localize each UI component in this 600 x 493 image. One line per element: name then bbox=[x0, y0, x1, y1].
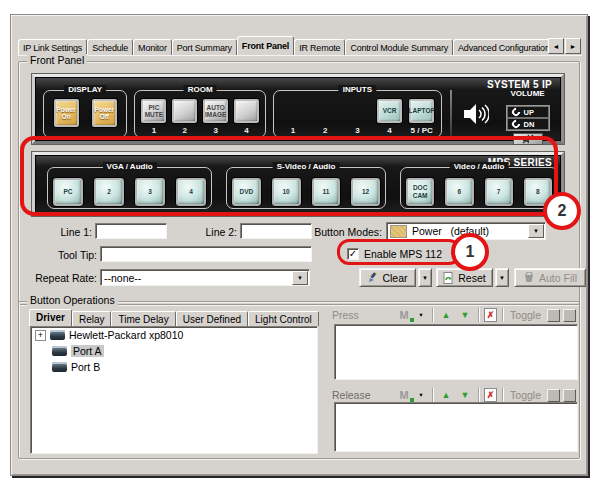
reset-dropdown-button[interactable]: ▼ bbox=[495, 268, 509, 287]
press-list[interactable] bbox=[334, 324, 578, 380]
button-modes-label: Button Modes: bbox=[312, 226, 382, 238]
volume-section-label: VOLUME bbox=[510, 89, 544, 98]
chevron-down-icon: ▼ bbox=[499, 275, 505, 281]
room-key-3[interactable]: AUTO IMAGE bbox=[202, 98, 229, 124]
press-toggle-swatch-2[interactable] bbox=[563, 309, 576, 322]
release-list[interactable] bbox=[334, 402, 578, 452]
macro-icon[interactable]: M bbox=[396, 308, 412, 323]
delete-button[interactable]: ✗ bbox=[484, 388, 497, 402]
release-toggle-swatch-2[interactable] bbox=[563, 389, 576, 402]
device-icon bbox=[52, 362, 67, 372]
tab-scroll-right-button[interactable]: ► bbox=[565, 38, 581, 54]
tab-scroll-left-button[interactable]: ◄ bbox=[548, 38, 564, 54]
input-num-3: 3 bbox=[355, 126, 359, 135]
release-toggle-swatch-1[interactable] bbox=[547, 389, 560, 402]
video-key-doccam[interactable]: DOC CAM bbox=[405, 177, 435, 207]
room-key-1[interactable]: PIC MUTE bbox=[140, 98, 167, 124]
volume-up-button[interactable]: UP bbox=[507, 106, 549, 118]
auto-fill-button[interactable]: Auto Fill bbox=[514, 268, 586, 287]
chevron-down-icon: ▼ bbox=[533, 228, 539, 234]
tab-driver[interactable]: Driver bbox=[29, 309, 72, 326]
move-down-button[interactable]: ▼ bbox=[457, 388, 473, 403]
move-up-button[interactable]: ▲ bbox=[438, 308, 454, 323]
move-down-button[interactable]: ▼ bbox=[457, 308, 473, 323]
room-key-4[interactable] bbox=[233, 98, 260, 124]
tree-item-port-a[interactable]: Port A bbox=[31, 343, 317, 359]
tab-control-module-summary[interactable]: Control Module Summary bbox=[345, 39, 453, 55]
clear-button[interactable]: Clear bbox=[359, 268, 416, 287]
tree-item-port-b[interactable]: Port B bbox=[31, 359, 317, 375]
repeat-rate-dropdown-button[interactable]: ▼ bbox=[292, 271, 308, 285]
svideo-key-dvd[interactable]: DVD bbox=[231, 177, 262, 207]
video-key-6[interactable]: 6 bbox=[444, 177, 474, 207]
line2-label: Line 2: bbox=[182, 226, 237, 238]
driver-tree[interactable]: + Hewlett-Packard xp8010 Port A Port B bbox=[30, 326, 318, 454]
front-panel-group-label: Front Panel bbox=[27, 54, 87, 66]
tab-light-control[interactable]: Light Control bbox=[248, 311, 319, 326]
tab-ir-remote[interactable]: IR Remote bbox=[294, 39, 345, 55]
volume-mute-button[interactable] bbox=[513, 133, 543, 145]
press-toggle-swatch-1[interactable] bbox=[547, 309, 560, 322]
delete-button[interactable]: ✗ bbox=[484, 308, 497, 322]
tool-tip-input[interactable] bbox=[100, 246, 312, 262]
room-num-2: 2 bbox=[183, 126, 187, 135]
tab-user-defined[interactable]: User Defined bbox=[176, 311, 248, 326]
operation-tab-strip: Driver Relay Time Delay User Defined Lig… bbox=[29, 308, 319, 326]
svideo-key-12[interactable]: 12 bbox=[350, 177, 381, 207]
laptop-key[interactable]: LAPTOP bbox=[408, 98, 435, 124]
panel-divider bbox=[450, 90, 452, 138]
power-off-key[interactable]: Power Off bbox=[91, 98, 118, 128]
vcr-key[interactable]: VCR bbox=[376, 98, 403, 124]
press-label: Press bbox=[332, 309, 384, 321]
scroll-left-icon: ◄ bbox=[553, 43, 560, 50]
clear-dropdown-button[interactable]: ▼ bbox=[418, 268, 432, 287]
room-key-2[interactable] bbox=[171, 98, 198, 124]
video-key-7[interactable]: 7 bbox=[484, 177, 514, 207]
macro-icon[interactable]: M bbox=[396, 388, 412, 403]
volume-down-button[interactable]: DN bbox=[507, 118, 549, 130]
macro-dropdown-button[interactable]: ▼ bbox=[415, 308, 427, 322]
panel-action-buttons: Clear ▼ Reset ▼ Auto Fill bbox=[359, 268, 586, 287]
tab-relay[interactable]: Relay bbox=[72, 311, 112, 326]
room-num-4: 4 bbox=[244, 126, 248, 135]
move-up-button[interactable]: ▲ bbox=[438, 388, 454, 403]
tab-advanced-configuration[interactable]: Advanced Configuration bbox=[453, 39, 549, 55]
svideo-key-11[interactable]: 11 bbox=[311, 177, 342, 207]
enable-mps-checkbox[interactable]: ✓ bbox=[347, 248, 359, 260]
release-toolbar: M ▼ ▲ ▼ ✗ Toggle bbox=[396, 388, 576, 403]
toolbar-separator bbox=[502, 308, 503, 322]
tab-schedule[interactable]: Schedule bbox=[87, 39, 133, 55]
line1-input[interactable] bbox=[95, 223, 167, 239]
svideo-key-10[interactable]: 10 bbox=[271, 177, 302, 207]
chevron-down-icon: ▼ bbox=[297, 275, 303, 281]
tree-port-a-label: Port A bbox=[71, 345, 104, 357]
toolbar-separator bbox=[432, 308, 433, 322]
display-section: DISPLAY Power On Power Off bbox=[43, 90, 127, 138]
clear-icon bbox=[367, 272, 378, 283]
tab-ip-link-settings[interactable]: IP Link Settings bbox=[18, 39, 87, 55]
tree-item-root[interactable]: + Hewlett-Packard xp8010 bbox=[31, 327, 317, 343]
vga-key-2[interactable]: 2 bbox=[93, 177, 125, 207]
device-icon bbox=[50, 330, 65, 340]
macro-dropdown-button[interactable]: ▼ bbox=[415, 388, 427, 402]
reset-button[interactable]: Reset bbox=[436, 268, 493, 287]
tab-monitor[interactable]: Monitor bbox=[133, 39, 172, 55]
room-num-1: 1 bbox=[152, 126, 156, 135]
power-on-key[interactable]: Power On bbox=[53, 98, 80, 128]
vga-key-3[interactable]: 3 bbox=[134, 177, 166, 207]
toolbar-separator bbox=[432, 388, 433, 402]
tab-time-delay[interactable]: Time Delay bbox=[111, 311, 175, 326]
vga-key-pc[interactable]: PC bbox=[52, 177, 84, 207]
button-modes-dropdown-button[interactable]: ▼ bbox=[528, 224, 544, 238]
repeat-rate-combo[interactable]: --none-- ▼ bbox=[100, 269, 310, 286]
tree-port-b-label: Port B bbox=[71, 361, 100, 373]
tab-front-panel[interactable]: Front Panel bbox=[237, 36, 294, 55]
toolbar-separator bbox=[478, 388, 479, 402]
expand-plus-icon[interactable]: + bbox=[35, 330, 46, 341]
inputs-section: INPUTS 1 2 3 VCR4 LAPTOP5 / PC bbox=[273, 90, 442, 138]
release-toggle-label: Toggle bbox=[510, 389, 541, 401]
vga-key-4[interactable]: 4 bbox=[175, 177, 207, 207]
repeat-rate-value: --none-- bbox=[104, 272, 292, 284]
tab-port-summary[interactable]: Port Summary bbox=[172, 39, 237, 55]
line2-input[interactable] bbox=[240, 223, 312, 239]
